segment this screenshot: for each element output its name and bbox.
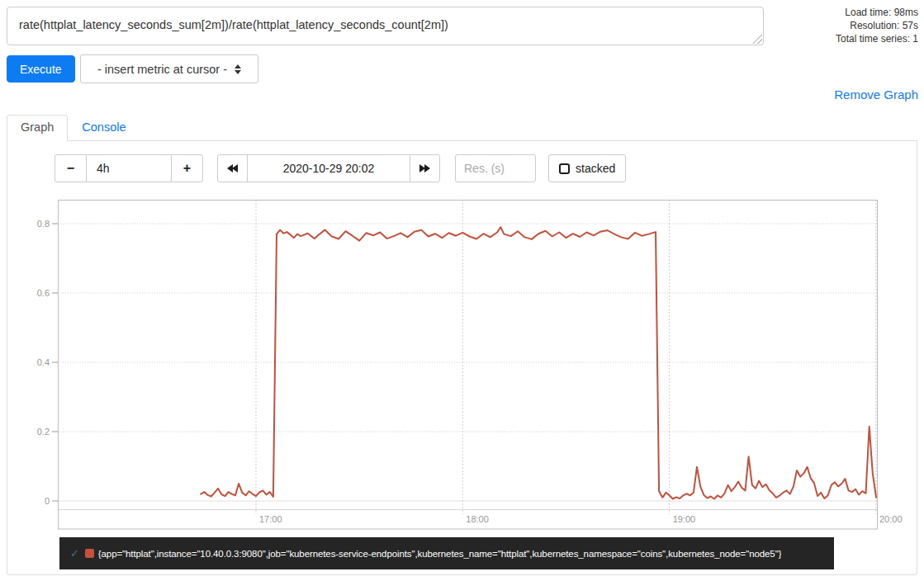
svg-text:0.2: 0.2 — [37, 427, 50, 437]
load-time-stat: Load time: 98ms — [836, 6, 918, 19]
tab-console[interactable]: Console — [68, 115, 140, 141]
legend[interactable]: ✓ {app="httplat",instance="10.40.0.3:908… — [59, 537, 834, 569]
total-series-stat: Total time series: 1 — [836, 32, 918, 45]
latency-line-chart[interactable]: 00.20.40.60.817:0018:0019:0020:00 — [7, 141, 917, 574]
svg-text:0.6: 0.6 — [37, 288, 50, 298]
graph-console-tabs: Graph Console — [7, 115, 917, 141]
svg-text:0.4: 0.4 — [37, 357, 50, 367]
insert-metric-select-value: - insert metric at cursor - — [97, 63, 227, 76]
series-color-swatch — [85, 549, 94, 558]
svg-text:17:00: 17:00 — [259, 514, 282, 524]
query-expression-input[interactable]: rate(httplat_latency_seconds_sum[2m])/ra… — [7, 7, 764, 45]
prometheus-expression-browser: { "query_panel": { "expression": "rate(h… — [0, 0, 924, 581]
execute-button[interactable]: Execute — [7, 55, 75, 83]
graph-panel: − + stacked 00.20.40.60.817:0018:0019:00… — [7, 141, 917, 575]
svg-text:20:00: 20:00 — [879, 514, 903, 524]
select-updown-icon — [235, 64, 241, 74]
resolution-stat: Resolution: 57s — [836, 19, 918, 32]
remove-graph-link[interactable]: Remove Graph — [834, 87, 918, 102]
svg-text:18:00: 18:00 — [466, 514, 489, 524]
insert-metric-select[interactable]: - insert metric at cursor - — [80, 54, 258, 83]
tab-graph[interactable]: Graph — [7, 115, 68, 141]
series-visible-check-icon: ✓ — [70, 547, 79, 560]
svg-text:0: 0 — [45, 496, 50, 506]
svg-text:0.8: 0.8 — [37, 219, 50, 229]
series-label: {app="httplat",instance="10.40.0.3:9080"… — [98, 549, 782, 559]
query-editor: rate(httplat_latency_seconds_sum[2m])/ra… — [7, 7, 764, 45]
query-stats: Load time: 98ms Resolution: 57s Total ti… — [836, 6, 918, 45]
svg-text:19:00: 19:00 — [673, 514, 696, 524]
